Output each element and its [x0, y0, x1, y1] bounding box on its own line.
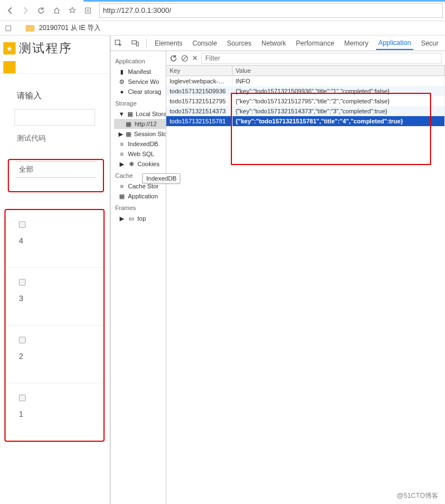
todo-item[interactable]: 1 — [6, 383, 103, 441]
side-badge-icon — [3, 61, 16, 73]
inspect-icon[interactable] — [113, 39, 124, 47]
sidebar-item-manifest[interactable]: ▮Manifest — [114, 67, 166, 77]
cookie-icon: ❋ — [128, 161, 135, 167]
bookmark-label[interactable]: 20190701 从 IE 导入 — [39, 23, 101, 33]
svg-line-7 — [183, 56, 187, 60]
svg-rect-4 — [132, 41, 136, 44]
tab-sources[interactable]: Sources — [225, 37, 254, 49]
sidebar-item-serviceworkers[interactable]: ⚙Service Wo — [114, 77, 166, 87]
db-icon: ≡ — [118, 141, 125, 147]
tab-application[interactable]: Application — [376, 37, 413, 50]
todo-title: 1 — [19, 410, 103, 418]
origin-icon: ▦ — [125, 121, 132, 127]
sidebar-item-cookies[interactable]: ▶❋Cookies — [114, 159, 166, 169]
col-value[interactable]: Value — [232, 66, 445, 76]
todo-title: 4 — [19, 236, 103, 245]
sidebar-item-websql[interactable]: ≡Web SQL — [114, 149, 166, 159]
todo-item[interactable]: 2 — [6, 325, 103, 383]
chevron-right-icon: ▶ — [118, 215, 125, 222]
input-section-label: 请输入 — [0, 74, 110, 109]
filter-input[interactable] — [201, 53, 442, 64]
storage-icon: ▦ — [126, 131, 131, 137]
svg-rect-5 — [136, 42, 139, 46]
group-application: Application — [114, 54, 166, 67]
star-icon[interactable] — [65, 3, 80, 18]
window-accent — [83, 0, 445, 2]
block-icon[interactable] — [181, 54, 189, 62]
db-icon: ≡ — [118, 183, 125, 189]
sidebar-item-localstorage[interactable]: ▼▦Local Stora — [114, 109, 166, 119]
chevron-right-icon: ▶ — [118, 161, 125, 167]
col-key[interactable]: Key — [166, 66, 232, 76]
code-label: 测试代码 — [0, 130, 110, 143]
group-frames: Frames — [114, 201, 166, 213]
frame-icon: ▭ — [128, 215, 135, 222]
filter-tab-all[interactable]: 全部 — [19, 164, 33, 174]
devtools-panel: Elements Console Sources Network Perform… — [110, 36, 445, 504]
todo-checkbox[interactable] — [19, 221, 26, 228]
sidebar-item-clearstorage[interactable]: ●Clear storag — [114, 87, 166, 97]
chevron-right-icon: ▶ — [118, 131, 123, 137]
app-pane: ★ 测试程序 请输入 测试代码 全部 4 3 2 1 — [0, 36, 110, 504]
sidebar-item-indexeddb[interactable]: ≡IndexedDB — [114, 139, 166, 149]
devtools-main: ✕ Key Value loglevel:webpack-…INFO todo1… — [166, 51, 445, 504]
table-row[interactable]: todo1571321515781{"key":"todo15713215157… — [166, 116, 445, 126]
refresh-icon[interactable] — [170, 54, 177, 62]
app-title: 测试程序 — [19, 40, 72, 57]
filter-annotation: 全部 — [8, 159, 104, 192]
storage-icon: ▦ — [118, 193, 125, 199]
todo-title: 2 — [19, 352, 103, 361]
group-storage: Storage — [114, 97, 166, 109]
svg-rect-0 — [85, 8, 90, 13]
back-button[interactable] — [2, 3, 18, 18]
devtools-sidebar: Application ▮Manifest ⚙Service Wo ●Clear… — [111, 51, 166, 504]
bookmark-toggle-icon[interactable] — [6, 26, 11, 31]
tab-security[interactable]: Secur — [419, 37, 441, 49]
url-text: http://127.0.0.1:3000/ — [103, 6, 171, 14]
clear-icon: ● — [118, 88, 125, 95]
gear-icon: ⚙ — [118, 78, 125, 85]
todo-item[interactable]: 3 — [6, 267, 103, 325]
home-button[interactable] — [49, 3, 65, 18]
sidebar-item-top[interactable]: ▶▭top — [114, 213, 166, 223]
delete-icon[interactable]: ✕ — [192, 54, 198, 62]
storage-icon: ▦ — [127, 111, 133, 117]
todo-checkbox[interactable] — [19, 395, 26, 401]
table-row[interactable]: todo1571321512795{"key":"todo15713215127… — [166, 96, 445, 106]
storage-table: Key Value loglevel:webpack-…INFO todo157… — [166, 66, 445, 126]
sidebar-item-localstorage-origin[interactable]: ▦http://12 — [114, 119, 166, 129]
chevron-down-icon: ▼ — [118, 111, 125, 117]
tooltip: IndexedDB — [142, 173, 180, 183]
sidebar-item-appcache[interactable]: ▦Application — [114, 191, 166, 201]
reload-button[interactable] — [33, 3, 49, 18]
todo-input[interactable] — [14, 109, 95, 126]
tab-elements[interactable]: Elements — [152, 37, 185, 49]
tab-memory[interactable]: Memory — [342, 37, 370, 49]
devtools-tabs: Elements Console Sources Network Perform… — [111, 36, 445, 51]
sidebar-item-sessionstorage[interactable]: ▶▦Session Sto — [114, 129, 166, 139]
url-input[interactable]: http://127.0.0.1:3000/ — [99, 3, 443, 18]
tab-performance[interactable]: Performance — [294, 37, 337, 49]
browser-toolbar: http://127.0.0.1:3000/ — [0, 0, 445, 21]
table-row[interactable]: todo1571321514373{"key":"todo15713215143… — [166, 106, 445, 116]
folder-icon — [26, 25, 34, 32]
db-icon: ≡ — [118, 151, 125, 157]
watermark: @51CTO博客 — [397, 491, 438, 501]
tab-network[interactable]: Network — [259, 37, 288, 49]
file-icon: ▮ — [118, 68, 125, 75]
device-icon[interactable] — [130, 39, 141, 47]
todo-title: 3 — [19, 294, 103, 303]
todo-list-annotation: 4 3 2 1 — [4, 209, 105, 442]
todo-checkbox[interactable] — [19, 337, 26, 343]
todo-checkbox[interactable] — [19, 279, 26, 286]
app-badge-icon: ★ — [3, 42, 16, 54]
todo-item[interactable]: 4 — [6, 210, 103, 267]
tab-console[interactable]: Console — [190, 37, 219, 49]
reader-icon[interactable] — [80, 3, 96, 18]
bookmark-bar: 20190701 从 IE 导入 — [0, 21, 445, 36]
table-row[interactable]: todo1571321509936{"key":"todo15713215099… — [166, 86, 445, 96]
forward-button[interactable] — [18, 3, 33, 18]
table-row[interactable]: loglevel:webpack-…INFO — [166, 76, 445, 87]
storage-toolbar: ✕ — [166, 51, 445, 66]
